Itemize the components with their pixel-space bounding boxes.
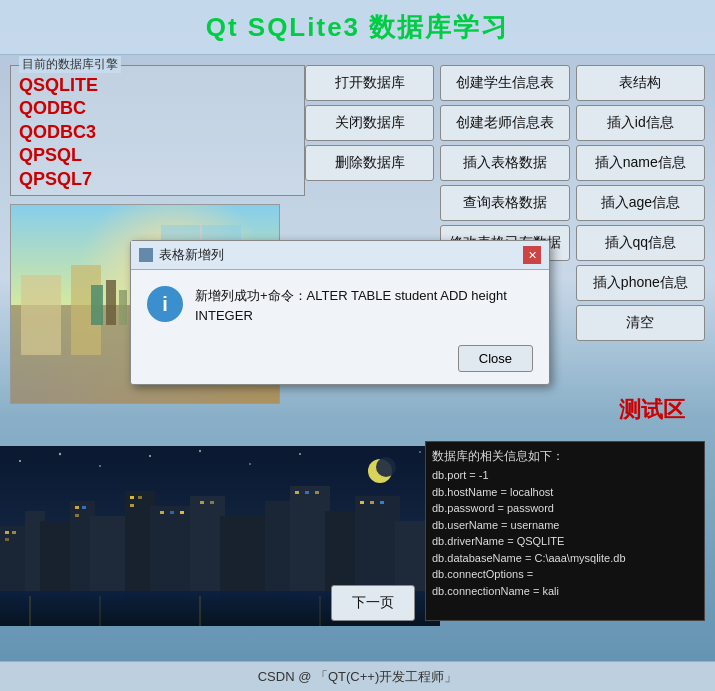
dialog-window-icon <box>139 248 153 262</box>
dialog-title-left: 表格新增列 <box>139 246 224 264</box>
dialog-footer: Close <box>131 337 549 384</box>
dialog-body: i 新增列成功+命令：ALTER TABLE student ADD heigh… <box>131 270 549 337</box>
info-icon: i <box>147 286 183 322</box>
dialog-titlebar: 表格新增列 ✕ <box>131 241 549 270</box>
dialog-overlay: 表格新增列 ✕ i 新增列成功+命令：ALTER TABLE student A… <box>0 0 715 691</box>
dialog-title: 表格新增列 <box>159 246 224 264</box>
dialog: 表格新增列 ✕ i 新增列成功+命令：ALTER TABLE student A… <box>130 240 550 385</box>
dialog-close-button[interactable]: ✕ <box>523 246 541 264</box>
dialog-message: 新增列成功+命令：ALTER TABLE student ADD height … <box>195 286 533 325</box>
dialog-close-label-button[interactable]: Close <box>458 345 533 372</box>
